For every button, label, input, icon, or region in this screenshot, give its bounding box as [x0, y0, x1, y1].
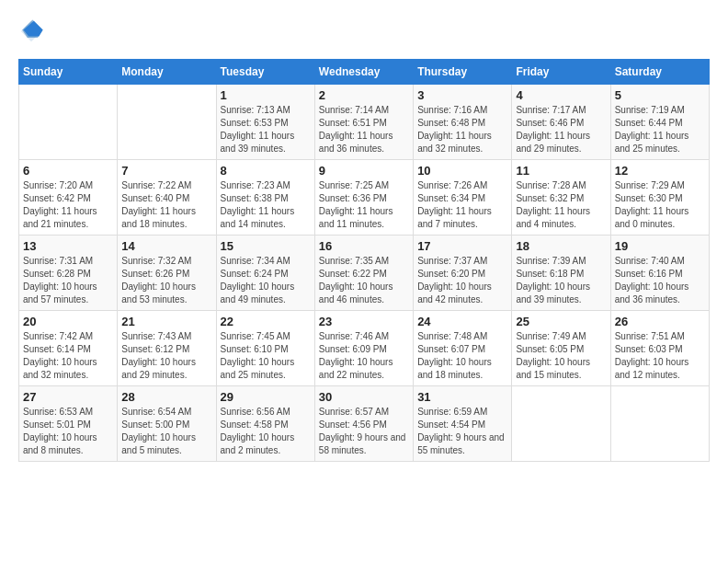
day-info: Sunrise: 7:34 AM Sunset: 6:24 PM Dayligh… [221, 255, 311, 306]
day-info: Sunrise: 7:51 AM Sunset: 6:03 PM Dayligh… [615, 330, 705, 382]
calendar-week-row: 13Sunrise: 7:31 AM Sunset: 6:28 PM Dayli… [19, 236, 710, 311]
day-info: Sunrise: 7:23 AM Sunset: 6:38 PM Dayligh… [221, 179, 311, 231]
calendar-cell: 2Sunrise: 7:14 AM Sunset: 6:51 PM Daylig… [314, 85, 413, 160]
logo [18, 18, 48, 44]
weekday-header: Tuesday [216, 60, 314, 85]
weekday-header: Thursday [414, 60, 512, 85]
day-info: Sunrise: 7:49 AM Sunset: 6:05 PM Dayligh… [516, 330, 606, 382]
calendar-cell: 30Sunrise: 6:57 AM Sunset: 4:56 PM Dayli… [314, 386, 413, 462]
day-number: 17 [417, 239, 507, 253]
weekday-header: Wednesday [314, 60, 413, 85]
calendar-table: SundayMondayTuesdayWednesdayThursdayFrid… [18, 59, 710, 462]
day-info: Sunrise: 7:32 AM Sunset: 6:26 PM Dayligh… [121, 255, 211, 306]
calendar-cell: 22Sunrise: 7:45 AM Sunset: 6:10 PM Dayli… [216, 311, 314, 386]
calendar-cell: 3Sunrise: 7:16 AM Sunset: 6:48 PM Daylig… [414, 85, 512, 160]
day-info: Sunrise: 6:53 AM Sunset: 5:01 PM Dayligh… [23, 406, 113, 457]
day-number: 22 [221, 315, 311, 328]
calendar-cell: 19Sunrise: 7:40 AM Sunset: 6:16 PM Dayli… [610, 236, 709, 311]
day-number: 2 [319, 88, 409, 102]
weekday-header: Sunday [19, 60, 118, 85]
day-number: 12 [615, 164, 705, 178]
day-number: 10 [417, 164, 507, 178]
calendar-cell: 4Sunrise: 7:17 AM Sunset: 6:46 PM Daylig… [512, 85, 610, 160]
day-info: Sunrise: 7:25 AM Sunset: 6:36 PM Dayligh… [319, 179, 409, 231]
weekday-header: Saturday [610, 60, 709, 85]
weekday-header: Friday [512, 60, 610, 85]
calendar-week-row: 27Sunrise: 6:53 AM Sunset: 5:01 PM Dayli… [19, 386, 710, 462]
calendar-cell: 18Sunrise: 7:39 AM Sunset: 6:18 PM Dayli… [512, 236, 610, 311]
day-number: 24 [417, 315, 507, 328]
day-number: 21 [121, 315, 211, 328]
weekday-row: SundayMondayTuesdayWednesdayThursdayFrid… [19, 60, 710, 85]
calendar-cell [118, 85, 216, 160]
calendar-cell: 23Sunrise: 7:46 AM Sunset: 6:09 PM Dayli… [314, 311, 413, 386]
day-info: Sunrise: 7:46 AM Sunset: 6:09 PM Dayligh… [319, 330, 409, 382]
calendar-cell: 6Sunrise: 7:20 AM Sunset: 6:42 PM Daylig… [19, 160, 118, 236]
day-info: Sunrise: 7:14 AM Sunset: 6:51 PM Dayligh… [319, 104, 409, 155]
day-number: 13 [23, 239, 113, 253]
calendar-cell: 20Sunrise: 7:42 AM Sunset: 6:14 PM Dayli… [19, 311, 118, 386]
day-info: Sunrise: 7:43 AM Sunset: 6:12 PM Dayligh… [121, 330, 211, 382]
day-info: Sunrise: 7:31 AM Sunset: 6:28 PM Dayligh… [23, 255, 113, 306]
calendar-cell: 7Sunrise: 7:22 AM Sunset: 6:40 PM Daylig… [118, 160, 216, 236]
calendar-cell: 1Sunrise: 7:13 AM Sunset: 6:53 PM Daylig… [216, 85, 314, 160]
day-number: 8 [221, 164, 311, 178]
calendar-cell [610, 386, 709, 462]
day-info: Sunrise: 7:35 AM Sunset: 6:22 PM Dayligh… [319, 255, 409, 306]
day-number: 9 [319, 164, 409, 178]
day-info: Sunrise: 6:57 AM Sunset: 4:56 PM Dayligh… [319, 406, 409, 457]
calendar-cell: 14Sunrise: 7:32 AM Sunset: 6:26 PM Dayli… [118, 236, 216, 311]
day-number: 27 [23, 390, 113, 404]
logo-icon [18, 18, 44, 44]
calendar-cell: 26Sunrise: 7:51 AM Sunset: 6:03 PM Dayli… [610, 311, 709, 386]
day-number: 3 [417, 88, 507, 102]
day-number: 31 [417, 390, 507, 404]
calendar-cell: 28Sunrise: 6:54 AM Sunset: 5:00 PM Dayli… [118, 386, 216, 462]
day-info: Sunrise: 7:28 AM Sunset: 6:32 PM Dayligh… [516, 179, 606, 231]
calendar-week-row: 6Sunrise: 7:20 AM Sunset: 6:42 PM Daylig… [19, 160, 710, 236]
weekday-header: Monday [118, 60, 216, 85]
day-number: 7 [121, 164, 211, 178]
day-number: 15 [221, 239, 311, 253]
day-number: 11 [516, 164, 606, 178]
day-info: Sunrise: 6:54 AM Sunset: 5:00 PM Dayligh… [121, 406, 211, 457]
day-number: 23 [319, 315, 409, 328]
day-number: 4 [516, 88, 606, 102]
calendar-cell [512, 386, 610, 462]
calendar-body: 1Sunrise: 7:13 AM Sunset: 6:53 PM Daylig… [19, 85, 710, 462]
calendar-cell: 9Sunrise: 7:25 AM Sunset: 6:36 PM Daylig… [314, 160, 413, 236]
calendar-cell: 17Sunrise: 7:37 AM Sunset: 6:20 PM Dayli… [414, 236, 512, 311]
day-info: Sunrise: 6:56 AM Sunset: 4:58 PM Dayligh… [221, 406, 311, 457]
day-info: Sunrise: 7:42 AM Sunset: 6:14 PM Dayligh… [23, 330, 113, 382]
day-info: Sunrise: 7:20 AM Sunset: 6:42 PM Dayligh… [23, 179, 113, 231]
day-number: 14 [121, 239, 211, 253]
calendar-cell: 24Sunrise: 7:48 AM Sunset: 6:07 PM Dayli… [414, 311, 512, 386]
day-number: 20 [23, 315, 113, 328]
calendar-cell: 10Sunrise: 7:26 AM Sunset: 6:34 PM Dayli… [414, 160, 512, 236]
day-number: 1 [221, 88, 311, 102]
day-info: Sunrise: 7:17 AM Sunset: 6:46 PM Dayligh… [516, 104, 606, 155]
day-number: 29 [221, 390, 311, 404]
calendar-cell: 11Sunrise: 7:28 AM Sunset: 6:32 PM Dayli… [512, 160, 610, 236]
day-info: Sunrise: 7:40 AM Sunset: 6:16 PM Dayligh… [615, 255, 705, 306]
calendar-cell: 13Sunrise: 7:31 AM Sunset: 6:28 PM Dayli… [19, 236, 118, 311]
day-info: Sunrise: 7:19 AM Sunset: 6:44 PM Dayligh… [615, 104, 705, 155]
calendar-week-row: 20Sunrise: 7:42 AM Sunset: 6:14 PM Dayli… [19, 311, 710, 386]
calendar-cell: 25Sunrise: 7:49 AM Sunset: 6:05 PM Dayli… [512, 311, 610, 386]
day-number: 18 [516, 239, 606, 253]
calendar-cell: 29Sunrise: 6:56 AM Sunset: 4:58 PM Dayli… [216, 386, 314, 462]
calendar-cell [19, 85, 118, 160]
calendar-header: SundayMondayTuesdayWednesdayThursdayFrid… [19, 60, 710, 85]
calendar-cell: 16Sunrise: 7:35 AM Sunset: 6:22 PM Dayli… [314, 236, 413, 311]
day-info: Sunrise: 7:13 AM Sunset: 6:53 PM Dayligh… [221, 104, 311, 155]
day-number: 28 [121, 390, 211, 404]
calendar-cell: 21Sunrise: 7:43 AM Sunset: 6:12 PM Dayli… [118, 311, 216, 386]
day-number: 30 [319, 390, 409, 404]
day-info: Sunrise: 7:26 AM Sunset: 6:34 PM Dayligh… [417, 179, 507, 231]
calendar-cell: 5Sunrise: 7:19 AM Sunset: 6:44 PM Daylig… [610, 85, 709, 160]
calendar-cell: 12Sunrise: 7:29 AM Sunset: 6:30 PM Dayli… [610, 160, 709, 236]
day-info: Sunrise: 7:22 AM Sunset: 6:40 PM Dayligh… [121, 179, 211, 231]
calendar-cell: 8Sunrise: 7:23 AM Sunset: 6:38 PM Daylig… [216, 160, 314, 236]
calendar-cell: 31Sunrise: 6:59 AM Sunset: 4:54 PM Dayli… [414, 386, 512, 462]
day-number: 16 [319, 239, 409, 253]
